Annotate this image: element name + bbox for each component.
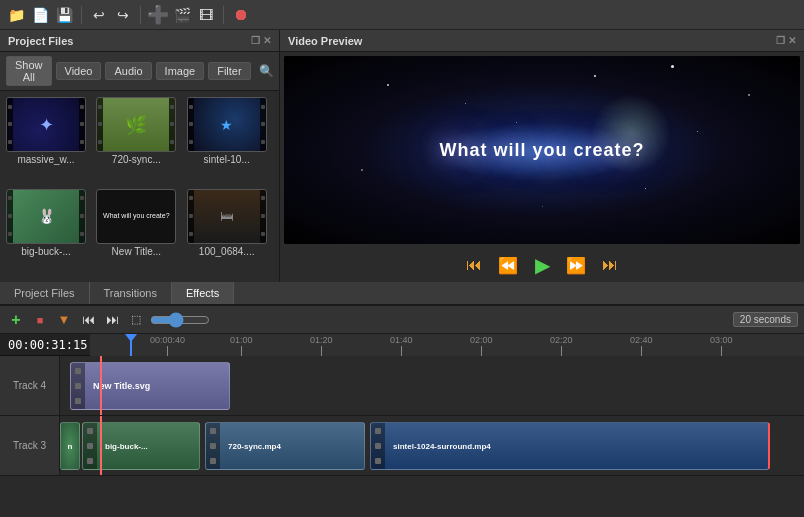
undo-icon[interactable]: ↩ [89,5,109,25]
tab-project-files[interactable]: Project Files [0,282,90,304]
zoom-slider[interactable] [150,312,210,328]
filter-show-all[interactable]: Show All [6,56,52,86]
transition-button[interactable]: ⬚ [126,310,146,330]
preview-screen: What will you create? [284,56,800,244]
thumb-img-massive: ✦ [6,97,86,152]
save-icon[interactable]: 💾 [54,5,74,25]
clip-new-title[interactable]: New Title.svg [70,362,230,410]
tab-effects[interactable]: Effects [172,282,234,304]
ruler-mark-220: 02:20 [550,335,573,356]
main-area: Project Files ❐ ✕ Show All Video Audio I… [0,30,804,282]
forward-to-end-button[interactable]: ⏭ [598,253,622,277]
thumb-item-massive[interactable]: ✦ massive_w... [6,97,92,185]
filter-image[interactable]: Image [156,62,205,80]
thumb-img-sintel: ★ [187,97,267,152]
preview-overlay-text: What will you create? [439,140,644,161]
filter-bar: Show All Video Audio Image Filter 🔍 [0,52,279,91]
track-row-4: Track 4 New Title.svg [0,356,804,416]
preview-header: Video Preview ❐ ✕ [280,30,804,52]
thumb-label-newtitle: New Title... [96,246,176,257]
ruler-mark-140: 01:40 [390,335,413,356]
clip-sintel-label: sintel-1024-surround.mp4 [393,442,491,451]
tracks-area: Track 4 New Title.svg [0,356,804,517]
ruler-mark-240: 02:40 [630,335,653,356]
thumb-label-bigbuck: big-buck-... [6,246,86,257]
clip-bigbuck[interactable]: big-buck-... [82,422,200,470]
tab-transitions[interactable]: Transitions [90,282,172,304]
redo-icon[interactable]: ↪ [113,5,133,25]
add-icon[interactable]: ➕ [148,5,168,25]
thumb-label-720sync: 720-sync... [96,154,176,165]
bottom-section: Project Files Transitions Effects + ■ ▼ … [0,282,804,517]
tabs-bar: Project Files Transitions Effects [0,282,804,306]
forward-button[interactable]: ⏩ [564,253,588,277]
thumb-img-newtitle: What will you create? [96,189,176,244]
thumb-img-bigbuck: 🐰 [6,189,86,244]
filter-track-button[interactable]: ▼ [54,310,74,330]
track-4-label: Track 4 [0,356,60,415]
seconds-badge: 20 seconds [733,312,798,327]
preview-icons[interactable]: ❐ ✕ [776,35,796,46]
project-files-title: Project Files [8,35,73,47]
main-toolbar: 📁 📄 💾 ↩ ↪ ➕ 🎬 🎞 ⏺ [0,0,804,30]
thumb-item-sintel[interactable]: ★ sintel-10... [187,97,273,185]
clip-bigbuck-mini[interactable]: n [60,422,80,470]
clip-720sync[interactable]: 720-sync.mp4 [205,422,365,470]
playhead-ruler [130,334,132,356]
video-icon[interactable]: 🎬 [172,5,192,25]
thumb-img-100: 🛏 [187,189,267,244]
time-indicator-row: 00:00:31:15 00:00:40 01:00 01:20 01:40 [0,334,804,356]
right-panel: Video Preview ❐ ✕ What will you create? [280,30,804,282]
prev-marker-button[interactable]: ⏮ [78,310,98,330]
thumb-item-newtitle[interactable]: What will you create? New Title... [96,189,182,277]
rewind-button[interactable]: ⏪ [496,253,520,277]
filter-filter[interactable]: Filter [208,62,250,80]
ruler-mark-40: 00:00:40 [150,335,185,356]
ruler-mark-120: 01:20 [310,335,333,356]
play-button[interactable]: ▶ [530,253,554,277]
timeline-area: 00:00:31:15 00:00:40 01:00 01:20 01:40 [0,334,804,517]
open-icon[interactable]: 📄 [30,5,50,25]
rewind-to-start-button[interactable]: ⏮ [462,253,486,277]
timecode-display: 00:00:31:15 [0,338,90,352]
thumb-item-100[interactable]: 🛏 100_0684.... [187,189,273,277]
track-3-content[interactable]: n big-buck-... [60,416,804,475]
thumb-label-100: 100_0684.... [187,246,267,257]
thumb-title-text: What will you create? [101,209,172,222]
next-marker-button[interactable]: ⏭ [102,310,122,330]
ruler-mark-100: 01:00 [230,335,253,356]
film-icon[interactable]: 🎞 [196,5,216,25]
thumb-label-massive: massive_w... [6,154,86,165]
remove-track-button[interactable]: ■ [30,310,50,330]
ruler-mark-300: 03:00 [710,335,733,356]
filter-clear-icon[interactable]: 🔍 [259,64,274,78]
thumb-item-bigbuck[interactable]: 🐰 big-buck-... [6,189,92,277]
preview-controls: ⏮ ⏪ ▶ ⏩ ⏭ [280,248,804,282]
clip-bigbuck-label: big-buck-... [105,442,148,451]
thumb-img-720sync: 🌿 [96,97,176,152]
clip-720sync-label: 720-sync.mp4 [228,442,281,451]
project-files-icons[interactable]: ❐ ✕ [251,35,271,46]
filter-audio[interactable]: Audio [105,62,151,80]
project-files-header: Project Files ❐ ✕ [0,30,279,52]
ruler-container[interactable]: 00:00:40 01:00 01:20 01:40 02:00 [90,334,804,356]
thumb-label-sintel: sintel-10... [187,154,267,165]
new-file-icon[interactable]: 📁 [6,5,26,25]
clip-title-label: New Title.svg [93,381,150,391]
record-icon[interactable]: ⏺ [231,5,251,25]
thumbnails-grid: ✦ massive_w... 🌿 720-sync... ★ [0,91,279,282]
add-track-button[interactable]: + [6,310,26,330]
filter-video[interactable]: Video [56,62,102,80]
track-4-content[interactable]: New Title.svg [60,356,804,415]
preview-star-glow [591,94,671,174]
ruler-mark-200: 02:00 [470,335,493,356]
clip-sintel[interactable]: sintel-1024-surround.mp4 [370,422,770,470]
track-row-3: Track 3 n big-buck-... [0,416,804,476]
track-3-label: Track 3 [0,416,60,475]
preview-title: Video Preview [288,35,362,47]
left-panel: Project Files ❐ ✕ Show All Video Audio I… [0,30,280,282]
timeline-toolbar: + ■ ▼ ⏮ ⏭ ⬚ 20 seconds [0,306,804,334]
playhead-triangle [125,334,137,342]
thumb-item-720sync[interactable]: 🌿 720-sync... [96,97,182,185]
